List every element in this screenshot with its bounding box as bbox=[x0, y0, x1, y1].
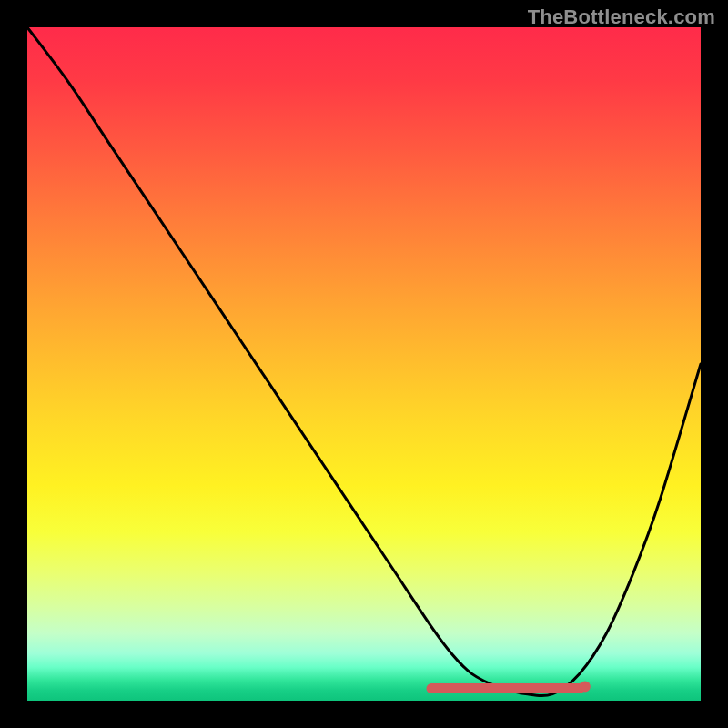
curve-layer bbox=[27, 27, 701, 701]
bottleneck-band-end-dot bbox=[580, 682, 591, 693]
watermark-text: TheBottleneck.com bbox=[528, 5, 715, 29]
plot-area bbox=[27, 27, 701, 701]
chart-stage: TheBottleneck.com bbox=[0, 0, 728, 728]
bottleneck-curve bbox=[27, 27, 701, 696]
